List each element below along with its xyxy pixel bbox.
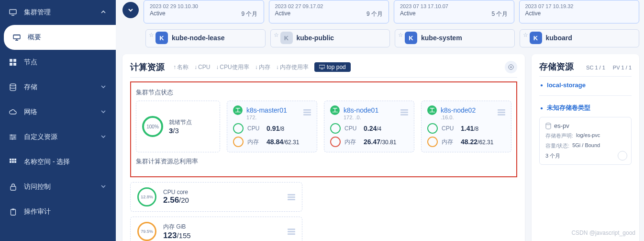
- collapse-button[interactable]: [122, 2, 139, 18]
- svg-rect-19: [319, 65, 325, 68]
- mem-gauge: [427, 137, 438, 147]
- ns-summary-card[interactable]: 2023 07 13 17.10.07 Active5 个月: [394, 0, 514, 23]
- node-card[interactable]: 工 k8s-node02 .16.0. CPU1.41/8 内存48.22/62…: [421, 101, 511, 152]
- card-status: Active: [400, 10, 416, 18]
- top-pod-button[interactable]: top pod: [314, 62, 351, 72]
- bars-icon: [288, 229, 295, 235]
- namespace-card[interactable]: ☆ K kube-public: [270, 29, 390, 47]
- sidebar-item-label: 操作审计: [24, 207, 107, 216]
- monitor-icon: [9, 8, 17, 17]
- star-icon[interactable]: ☆: [149, 32, 154, 38]
- sidebar-item-label: 节点: [24, 58, 107, 67]
- svg-rect-16: [11, 186, 16, 190]
- svg-rect-5: [13, 63, 16, 66]
- sidebar: 集群管理 概要 节点 存储 网络 自定义资源 名称空间 - 选择: [0, 0, 116, 241]
- chevron-down-icon: [127, 7, 134, 13]
- node-status-icon: 工: [427, 105, 437, 115]
- cloud-icon: [9, 108, 17, 116]
- storage-class-item[interactable]: local-storage: [539, 77, 632, 93]
- sort-cpu[interactable]: ↓ CPU: [194, 64, 210, 70]
- bars-icon: [303, 105, 311, 115]
- more-icon[interactable]: [618, 151, 627, 161]
- sidebar-item-namespace-select[interactable]: 名称空间 - 选择: [0, 149, 116, 174]
- svg-point-22: [546, 123, 551, 125]
- sidebar-item-storage[interactable]: 存储: [0, 75, 116, 100]
- cpu-total-gauge: 12.8%: [137, 187, 156, 207]
- chevron-down-icon: [100, 109, 107, 115]
- ns-summary-card[interactable]: 2023 02 27 09.17.02 Active9 个月: [269, 0, 389, 23]
- sort-name[interactable]: ↑ 名称: [173, 63, 189, 71]
- panel-title: 计算资源: [130, 61, 165, 73]
- svg-rect-10: [10, 159, 11, 161]
- chevron-up-icon: [100, 9, 107, 16]
- cpu-gauge: [233, 123, 244, 134]
- ns-summary-card[interactable]: 2023 07 17 10.19.32 Active: [519, 0, 640, 23]
- svg-point-8: [14, 137, 15, 138]
- sidebar-item-label: 网络: [24, 108, 100, 116]
- highlighted-region: 集群节点状态 100% 就绪节点 3/3 工 k8s: [130, 81, 517, 177]
- sidebar-item-label: 存储: [24, 83, 100, 92]
- namespace-name: kube-system: [421, 34, 462, 42]
- ns-summary-card[interactable]: 2023 02 29 10.10.30 Active9 个月: [144, 0, 264, 23]
- sort-cpu-usage[interactable]: ↓ CPU使用率: [216, 63, 249, 71]
- mem-value: 48.84/62.31: [266, 138, 299, 146]
- node-ip: 172.: [246, 115, 311, 120]
- util-cpu-card: 12.8% CPU core 2.56/20: [130, 182, 302, 212]
- sidebar-item-nodes[interactable]: 节点: [0, 50, 116, 75]
- compute-panel: 计算资源 ↑ 名称 ↓ CPU ↓ CPU使用率 ↓ 内存 ↓ 内存使用率 to…: [122, 54, 525, 241]
- util-label: 内存 GiB: [163, 223, 281, 231]
- pv-count: PV 1 / 1: [613, 65, 632, 70]
- namespace-badge: K: [530, 32, 542, 44]
- sort-mem[interactable]: ↓ 内存: [255, 63, 270, 71]
- star-icon[interactable]: ☆: [523, 32, 528, 38]
- presentation-icon: [319, 65, 325, 69]
- star-icon[interactable]: ☆: [274, 32, 279, 38]
- sidebar-item-network[interactable]: 网络: [0, 100, 116, 125]
- pv-card[interactable]: es-pv 存储卷声明:log/es-pvc 容量/状态:5Gi / Bound…: [539, 117, 632, 165]
- node-name: k8s-node01: [344, 106, 378, 114]
- ready-value: 3/3: [169, 126, 192, 135]
- node-name: k8s-node02: [441, 106, 476, 114]
- sidebar-item-crd[interactable]: 自定义资源: [0, 125, 116, 149]
- svg-rect-17: [11, 209, 15, 215]
- card-status: Active: [275, 10, 291, 18]
- svg-point-9: [12, 138, 13, 140]
- cpu-value: 0.91/8: [266, 125, 284, 132]
- namespace-badge: K: [405, 32, 417, 44]
- mem-gauge: [330, 137, 341, 147]
- sort-mem-usage[interactable]: ↓ 内存使用率: [276, 63, 309, 71]
- sidebar-item-label: 名称空间 - 选择: [24, 158, 107, 166]
- sidebar-item-label: 概要: [28, 33, 107, 42]
- util-value: 2.56/20: [163, 195, 281, 205]
- refresh-button[interactable]: [505, 61, 517, 73]
- sidebar-item-access[interactable]: 访问控制: [0, 174, 116, 199]
- cpu-value: 1.41/8: [461, 125, 478, 132]
- namespace-card[interactable]: ☆ K kube-system: [395, 29, 515, 47]
- sidebar-item-audit[interactable]: 操作审计: [0, 199, 116, 224]
- sidebar-item-overview[interactable]: 概要: [4, 25, 116, 50]
- ready-gauge: 100%: [142, 116, 163, 137]
- node-name: k8s-master01: [246, 106, 287, 114]
- util-mem-card: 79.5% 内存 GiB 123/155: [130, 217, 302, 241]
- presentation-icon: [12, 33, 21, 42]
- node-card[interactable]: 工 k8s-master01 172. CPU0.91/8 内存48.84/62…: [227, 101, 317, 152]
- namespace-card[interactable]: ☆ K kuboard: [520, 29, 640, 47]
- target-icon: [508, 64, 514, 70]
- node-card[interactable]: 工 k8s-node01 172. .0. CPU0.24/4 内存26.47/…: [324, 101, 414, 152]
- sidebar-item-label: 自定义资源: [24, 133, 100, 141]
- storage-panel: 存储资源 SC 1 / 1 PV 1 / 1 local-storage 未知存…: [532, 54, 639, 241]
- card-status: Active: [525, 10, 541, 17]
- namespace-badge: K: [155, 32, 168, 44]
- card-timestamp: 2023 02 27 09.17.02: [275, 3, 383, 9]
- storage-class-item[interactable]: 未知存储卷类型: [539, 99, 632, 117]
- star-icon[interactable]: ☆: [398, 32, 403, 38]
- node-status-heading: 集群节点状态: [136, 88, 511, 97]
- sidebar-head-cluster[interactable]: 集群管理: [0, 0, 116, 25]
- card-age: 9 个月: [241, 10, 257, 18]
- node-ip: .16.0.: [441, 115, 505, 120]
- namespace-card[interactable]: ☆ K kube-node-lease: [145, 29, 266, 47]
- node-status-icon: 工: [233, 105, 243, 115]
- top-cards: 2023 02 29 10.10.30 Active9 个月 2023 02 2…: [144, 0, 639, 23]
- card-timestamp: 2023 02 29 10.10.30: [150, 3, 258, 9]
- cpu-label: CPU: [344, 125, 360, 132]
